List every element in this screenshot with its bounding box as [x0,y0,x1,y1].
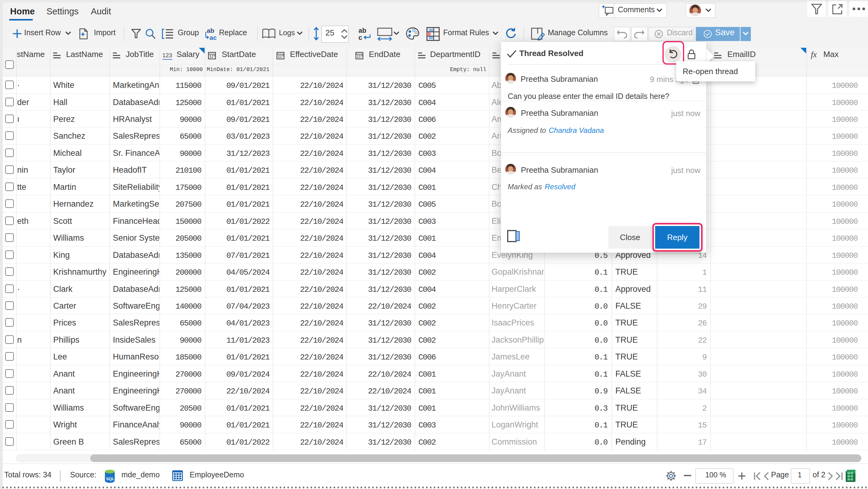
svg-text:ab: ab [207,28,214,34]
svg-text:ab: ab [359,27,366,34]
svg-text:ac: ac [210,34,217,40]
svg-text:SQL: SQL [106,477,114,481]
svg-text:c: c [359,34,362,41]
